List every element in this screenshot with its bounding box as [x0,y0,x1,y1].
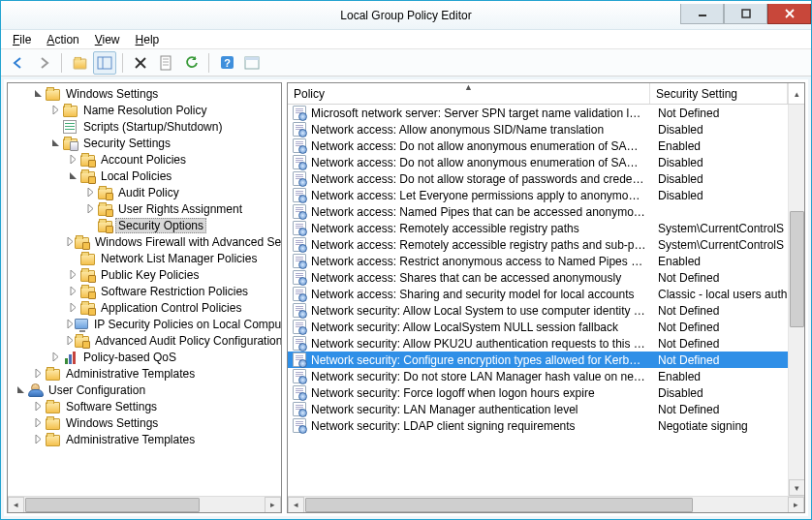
expand-icon[interactable] [66,268,79,282]
tree-item[interactable]: Scripts (Startup/Shutdown) [8,118,281,135]
list-horizontal-scrollbar[interactable]: ◂ ▸ [288,496,804,512]
list-row[interactable]: Network access: Restrict anonymous acces… [288,253,788,269]
expand-icon[interactable] [48,351,62,364]
expand-icon[interactable] [83,202,97,216]
expand-icon[interactable] [66,334,75,348]
tree-item[interactable]: Security Settings [8,135,281,151]
scroll-right-button[interactable]: ▸ [788,497,804,513]
list-row[interactable]: Network security: Force logoff when logo… [288,384,788,401]
expand-icon[interactable] [31,433,45,446]
collapse-icon[interactable] [14,383,27,397]
properties-button[interactable] [154,51,177,75]
list-row[interactable]: Network security: Allow Local System to … [288,302,788,319]
scroll-right-button[interactable]: ▸ [265,497,281,513]
list-row[interactable]: Network security: Allow LocalSystem NULL… [288,319,788,335]
delete-button[interactable] [129,51,152,75]
up-folder-button[interactable] [68,51,91,75]
policy-cell: Network access: Allow anonymous SID/Name… [311,123,652,137]
policy-item-icon [292,287,307,302]
content-area: Windows SettingsName Resolution PolicySc… [1,76,811,519]
menu-help[interactable]: Help [130,32,166,47]
scroll-down-button[interactable]: ▾ [789,479,805,496]
menu-action[interactable]: Action [41,32,84,47]
tree-item[interactable]: Software Settings [8,398,281,414]
list-row[interactable]: Microsoft network server: Server SPN tar… [288,105,788,121]
back-button[interactable] [7,51,30,75]
expand-icon[interactable] [66,318,75,331]
tree-item[interactable]: Account Policies [8,151,281,168]
tree-item[interactable]: Security Options [8,217,281,233]
setting-cell: Not Defined [652,337,788,351]
menu-file[interactable]: File [7,32,37,47]
tree-item[interactable]: User Rights Assignment [8,200,281,217]
list-row[interactable]: Network access: Let Everyone permissions… [288,187,788,203]
list-row[interactable]: Network access: Do not allow anonymous e… [288,154,788,170]
monitor-icon [75,317,88,332]
expand-icon[interactable] [31,400,45,413]
folder-icon [45,415,60,431]
vertical-scrollbar[interactable]: ▾ [788,105,804,496]
tree-item[interactable]: Windows Settings [8,85,281,102]
expand-icon[interactable] [31,416,45,430]
column-header-security-setting[interactable]: Security Setting [650,83,788,104]
collapse-icon[interactable] [31,87,45,101]
list-row[interactable]: Network security: LDAP client signing re… [288,417,788,434]
tree-item-label: Network List Manager Policies [98,252,260,265]
tree-item[interactable]: Windows Firewall with Advanced Security [8,233,281,250]
tree-item[interactable]: IP Security Policies on Local Computer [8,316,281,332]
tree-item[interactable]: Audit Policy [8,184,281,200]
setting-cell: System\CurrentControlS [652,222,788,235]
list-row[interactable]: Network access: Remotely accessible regi… [288,236,788,253]
tree-horizontal-scrollbar[interactable]: ◂ ▸ [8,496,281,512]
scroll-left-button[interactable]: ◂ [288,497,304,513]
list-row[interactable]: Network access: Do not allow anonymous e… [288,138,788,154]
refresh-button[interactable] [179,51,203,75]
list-row[interactable]: Network security: Do not store LAN Manag… [288,368,788,384]
collapse-icon[interactable] [48,137,62,150]
tree-item[interactable]: Administrative Templates [8,365,281,382]
list-row[interactable]: Network access: Named Pipes that can be … [288,203,788,220]
tree-item[interactable]: Local Policies [8,168,281,184]
tree-item[interactable]: Name Resolution Policy [8,102,281,118]
show-tree-button[interactable] [93,51,116,75]
list-row[interactable]: Network access: Sharing and security mod… [288,286,788,302]
scroll-thumb[interactable] [790,211,804,327]
scroll-left-button[interactable]: ◂ [8,497,24,513]
policy-item-icon [292,402,307,417]
tree-item[interactable]: Windows Settings [8,414,281,431]
tree-view[interactable]: Windows SettingsName Resolution PolicySc… [8,83,281,496]
expand-icon[interactable] [66,235,75,249]
tree-item[interactable]: Software Restriction Policies [8,283,281,299]
tree-item[interactable]: Administrative Templates [8,431,281,447]
help-button[interactable]: ? [215,51,238,75]
expand-icon[interactable] [66,301,79,315]
expand-icon[interactable] [66,285,79,298]
policy-cell: Network security: Do not store LAN Manag… [311,370,652,383]
tree-item[interactable]: Policy-based QoS [8,349,281,365]
expand-icon[interactable] [31,367,45,381]
list-row[interactable]: Network security: Allow PKU2U authentica… [288,335,788,352]
tree-item[interactable]: Network List Manager Policies [8,250,281,266]
list-view[interactable]: Microsoft network server: Server SPN tar… [288,105,788,496]
forward-button[interactable] [32,51,55,75]
list-row[interactable]: Network security: LAN Manager authentica… [288,401,788,417]
tree-item[interactable]: Public Key Policies [8,266,281,283]
tree-item[interactable]: Application Control Policies [8,299,281,316]
tree-item[interactable]: User Configuration [8,382,281,398]
scroll-up-button[interactable]: ▴ [788,83,804,104]
column-header-policy[interactable]: Policy ▲ [288,83,650,104]
list-row[interactable]: Network access: Shares that can be acces… [288,269,788,286]
tree-item[interactable]: Advanced Audit Policy Configuration [8,332,281,349]
collapse-icon[interactable] [66,169,79,183]
expand-icon[interactable] [83,186,97,199]
menu-view[interactable]: View [89,32,126,47]
list-row[interactable]: Network access: Do not allow storage of … [288,170,788,187]
policy-cell: Network security: Allow PKU2U authentica… [311,337,652,351]
expand-icon[interactable] [48,104,62,117]
list-row[interactable]: Network security: Configure encryption t… [288,352,788,368]
setting-cell: Not Defined [652,353,788,367]
list-row[interactable]: Network access: Remotely accessible regi… [288,220,788,236]
list-row[interactable]: Network access: Allow anonymous SID/Name… [288,121,788,138]
filter-button[interactable] [240,51,264,75]
expand-icon[interactable] [66,153,79,167]
